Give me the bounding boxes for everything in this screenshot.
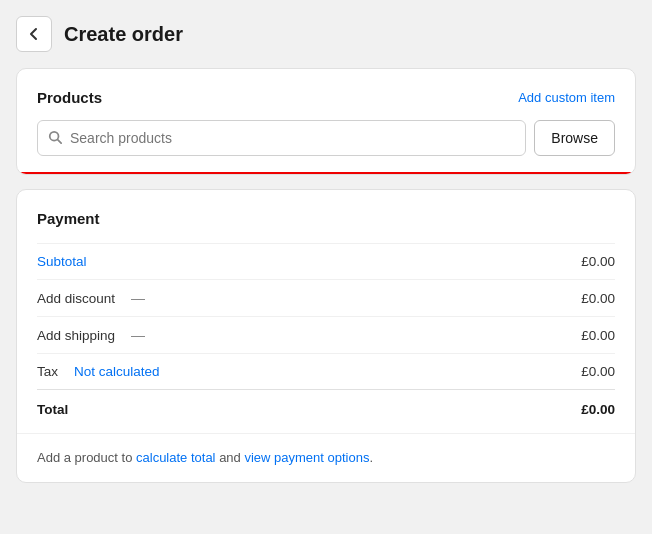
browse-button[interactable]: Browse <box>534 120 615 156</box>
payment-card: Payment Subtotal £0.00 Add discount — £0… <box>16 189 636 483</box>
shipping-row: Add shipping — £0.00 <box>37 316 615 353</box>
error-indicator <box>17 172 635 174</box>
products-card: Products Add custom item Browse <box>16 68 636 175</box>
page-header: Create order <box>16 16 636 52</box>
page-title: Create order <box>64 23 183 46</box>
shipping-dash: — <box>131 327 145 343</box>
discount-dash: — <box>131 290 145 306</box>
tax-not-calculated: Not calculated <box>74 364 160 379</box>
tax-amount: £0.00 <box>581 364 615 379</box>
footer-note: Add a product to calculate total and vie… <box>17 433 635 482</box>
calculate-total-link[interactable]: calculate total <box>136 450 216 465</box>
discount-row: Add discount — £0.00 <box>37 279 615 316</box>
shipping-label[interactable]: Add shipping <box>37 328 115 343</box>
search-row: Browse <box>37 120 615 156</box>
back-button[interactable] <box>16 16 52 52</box>
tax-label: Tax <box>37 364 58 379</box>
payment-section-title: Payment <box>37 210 615 227</box>
products-section-header: Products Add custom item <box>37 89 615 106</box>
search-input[interactable] <box>70 130 515 146</box>
subtotal-amount: £0.00 <box>581 254 615 269</box>
total-amount: £0.00 <box>581 402 615 417</box>
tax-row: Tax Not calculated £0.00 <box>37 353 615 389</box>
subtotal-label[interactable]: Subtotal <box>37 254 87 269</box>
search-icon <box>48 130 62 147</box>
products-section: Products Add custom item Browse <box>17 69 635 172</box>
shipping-amount: £0.00 <box>581 328 615 343</box>
subtotal-row: Subtotal £0.00 <box>37 243 615 279</box>
total-row: Total £0.00 <box>37 389 615 433</box>
search-wrapper <box>37 120 526 156</box>
products-section-title: Products <box>37 89 102 106</box>
payment-section: Payment Subtotal £0.00 Add discount — £0… <box>17 190 635 433</box>
total-label: Total <box>37 402 68 417</box>
view-payment-options-link[interactable]: view payment options <box>244 450 369 465</box>
discount-label[interactable]: Add discount <box>37 291 115 306</box>
svg-line-1 <box>58 139 62 143</box>
add-custom-item-link[interactable]: Add custom item <box>518 90 615 105</box>
discount-amount: £0.00 <box>581 291 615 306</box>
